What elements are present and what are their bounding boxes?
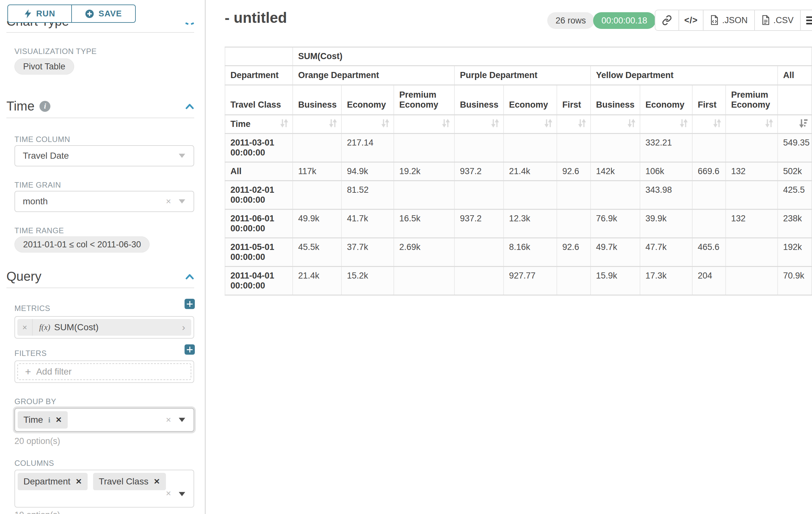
column-sort-header[interactable] (293, 115, 342, 134)
export-json-button[interactable]: .JSON (703, 10, 754, 30)
hamburger-icon (806, 17, 812, 24)
time-column-select[interactable]: Travel Date (14, 145, 194, 166)
column-sort-header[interactable] (726, 115, 778, 134)
menu-button[interactable] (800, 10, 812, 30)
json-export-label: .JSON (722, 16, 748, 25)
column-sort-header[interactable] (342, 115, 394, 134)
chevron-right-icon[interactable]: › (176, 322, 191, 333)
column-sort-header[interactable] (503, 115, 557, 134)
row-label-cell: 2011-04-01 00:00:00 (225, 267, 293, 295)
value-cell: 217.14 (342, 134, 394, 162)
columns-chip-travel-class[interactable]: Travel Class ✕ (93, 473, 166, 490)
column-sort-header[interactable] (778, 115, 812, 134)
clear-icon[interactable]: × (166, 488, 171, 498)
add-filter-plus-button[interactable] (184, 344, 195, 355)
sort-updown-icon (280, 118, 289, 131)
column-sort-header[interactable] (640, 115, 692, 134)
column-sort-header[interactable] (692, 115, 726, 134)
chevron-up-icon[interactable] (185, 274, 194, 279)
code-icon: </> (684, 16, 698, 25)
value-cell: 70.9k (778, 267, 812, 295)
info-icon[interactable]: i (39, 101, 50, 112)
value-cell: 132 (726, 162, 778, 181)
column-sort-header[interactable] (394, 115, 455, 134)
view-query-button[interactable]: </> (678, 10, 703, 30)
filters-control: + Add filter (14, 360, 194, 383)
caret-down-icon[interactable] (179, 492, 185, 496)
group-by-chip-time[interactable]: Time i ✕ (18, 411, 68, 429)
caret-down-icon[interactable] (179, 418, 185, 422)
chevron-up-icon[interactable] (191, 23, 194, 25)
clear-icon[interactable]: × (166, 415, 171, 425)
info-icon[interactable]: i (48, 416, 50, 424)
value-cell: 937.2 (455, 162, 503, 181)
save-button[interactable]: SAVE (71, 5, 135, 22)
sort-updown-icon (765, 118, 774, 131)
value-cell: 937.2 (455, 210, 503, 238)
chip-label: Time (23, 415, 43, 425)
column-sort-header[interactable] (455, 115, 503, 134)
section-divider (6, 117, 194, 118)
time-column-label: TIME COLUMN (14, 135, 70, 144)
value-cell: 15.9k (590, 267, 640, 295)
value-cell: 117k (293, 162, 342, 181)
group-by-select[interactable]: Time i ✕ × (14, 408, 194, 432)
time-section-heading[interactable]: Time i (6, 99, 50, 113)
value-cell: 37.7k (342, 238, 394, 267)
run-button-label: RUN (36, 9, 55, 19)
value-cell (455, 267, 503, 295)
value-cell: 502k (778, 162, 812, 181)
time-grain-select[interactable]: month × (14, 191, 194, 212)
time-range-chip[interactable]: 2011-01-01 ≤ col < 2011-06-30 (14, 237, 150, 252)
value-cell: 343.98 (640, 181, 692, 210)
value-cell: 332.21 (640, 134, 692, 162)
value-cell: 927.77 (503, 267, 557, 295)
superset-explore-view: Chart Type RUN SAVE VISUALIZATION TYPE P… (0, 0, 812, 514)
chart-title[interactable]: - untitled (225, 9, 287, 26)
value-cell (726, 238, 778, 267)
column-group-header: All (778, 66, 812, 85)
section-divider (6, 32, 194, 33)
clear-icon[interactable]: × (166, 196, 171, 207)
group-by-options-hint: 20 option(s) (14, 436, 60, 446)
table-row: 2011-06-01 00:00:0049.9k41.7k16.5k937.21… (225, 210, 812, 238)
add-filter-button[interactable]: + Add filter (17, 363, 191, 380)
add-filter-label: Add filter (36, 367, 72, 377)
remove-chip-icon[interactable]: ✕ (76, 477, 82, 486)
column-sort-header[interactable] (557, 115, 590, 134)
value-cell (692, 210, 726, 238)
sort-updown-icon (381, 118, 389, 131)
table-row: 2011-02-01 00:00:0081.52343.98425.5 (225, 181, 812, 210)
visualization-type-chip[interactable]: Pivot Table (14, 58, 74, 75)
remove-chip-icon[interactable]: ✕ (153, 477, 160, 486)
chevron-up-icon[interactable] (185, 104, 194, 109)
value-cell (726, 134, 778, 162)
columns-chip-department[interactable]: Department ✕ (18, 473, 88, 490)
export-csv-button[interactable]: .CSV (754, 10, 800, 30)
add-metric-button[interactable] (184, 299, 195, 309)
query-section-title: Query (6, 269, 41, 284)
share-link-button[interactable] (656, 10, 678, 30)
table-row: 2011-03-01 00:00:00217.14332.21549.35 (225, 134, 812, 162)
query-section-heading[interactable]: Query (6, 269, 41, 284)
column-sort-header[interactable] (590, 115, 640, 134)
subcolumn-header: Business (293, 85, 342, 115)
run-button[interactable]: RUN (8, 5, 71, 22)
panel-divider[interactable] (205, 0, 206, 514)
link-icon (662, 15, 672, 25)
sort-updown-icon (679, 118, 688, 131)
sort-updown-icon (442, 118, 450, 131)
value-cell: 465.6 (692, 238, 726, 267)
row-count-badge: 26 rows (547, 12, 594, 29)
metric-chip[interactable]: × f(x) SUM(Cost) › (17, 319, 191, 336)
remove-chip-icon[interactable]: ✕ (56, 415, 62, 424)
chip-label: Travel Class (99, 477, 149, 487)
group-by-label: GROUP BY (14, 397, 56, 406)
pivot-table-body: 2011-03-01 00:00:00217.14332.21549.35All… (225, 134, 812, 295)
columns-select[interactable]: Department ✕ Travel Class ✕ × (14, 470, 194, 508)
time-sort-header[interactable]: Time (225, 115, 293, 134)
value-cell (557, 134, 590, 162)
remove-metric-icon[interactable]: × (17, 319, 33, 336)
chevron-up-icon[interactable] (185, 23, 188, 25)
value-cell (455, 134, 503, 162)
